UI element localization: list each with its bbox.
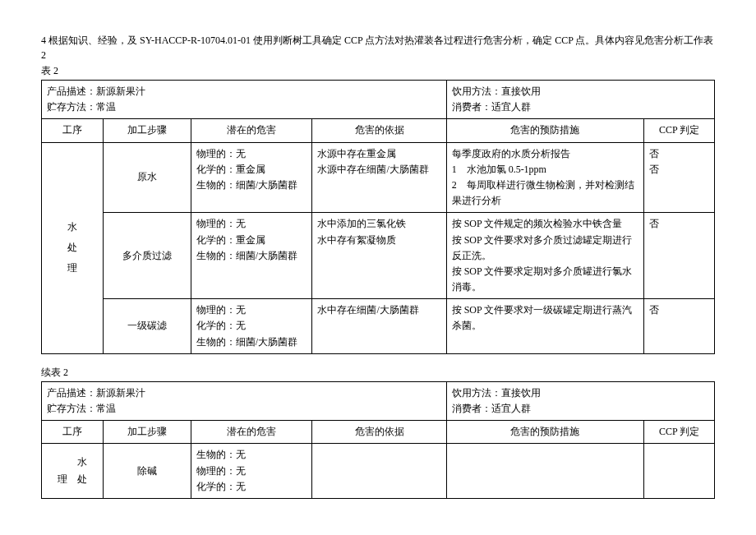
process-char-2: 处 [47, 240, 98, 256]
header-row: 工序 加工步骤 潜在的危害 危害的依据 危害的预防措施 CCP 判定 [42, 421, 715, 444]
header-basis: 危害的依据 [312, 421, 446, 444]
process-text-a: 水 [77, 456, 87, 468]
process-cell: 水 理 处 [42, 444, 104, 499]
header-hazard: 潜在的危害 [191, 421, 312, 444]
drink-label: 饮用方法： [452, 387, 501, 399]
basis-cell: 水源中存在重金属水源中存在细菌/大肠菌群 [312, 142, 446, 213]
consumer-value: 适宜人群 [491, 101, 531, 113]
process-char-1: 水 [47, 219, 98, 235]
hazard-cell: 生物的：无物理的：无化学的：无 [191, 444, 312, 499]
hazard-cell: 物理的：无化学的：重金属生物的：细菌/大肠菌群 [191, 142, 312, 213]
info-right-cell: 饮用方法：直接饮用 消费者：适宜人群 [446, 381, 714, 420]
basis-cell [312, 444, 446, 499]
process-text-b: 理 处 [58, 473, 87, 485]
product-desc-label: 产品描述： [47, 85, 96, 97]
header-ccp: CCP 判定 [644, 421, 715, 444]
info-left-cell: 产品描述：新源新果汁 贮存方法：常温 [42, 381, 447, 420]
drink-value: 直接饮用 [501, 387, 541, 399]
table-row: 水 处 理 原水 物理的：无化学的：重金属生物的：细菌/大肠菌群 水源中存在重金… [42, 142, 715, 213]
table-row: 一级碳滤 物理的：无化学的：无生物的：细菌/大肠菌群 水中存在细菌/大肠菌群 按… [42, 299, 715, 354]
product-desc-value: 新源新果汁 [96, 85, 145, 97]
storage-value: 常温 [96, 101, 116, 113]
storage-label: 贮存方法： [47, 403, 96, 414]
consumer-label: 消费者： [452, 403, 491, 414]
header-process: 工序 [42, 421, 104, 444]
header-ccp: CCP 判定 [644, 119, 715, 142]
info-row: 产品描述：新源新果汁 贮存方法：常温 饮用方法：直接饮用 消费者：适宜人群 [42, 81, 715, 119]
table2-label: 表 2 [41, 64, 715, 78]
header-row: 工序 加工步骤 潜在的危害 危害的依据 危害的预防措施 CCP 判定 [42, 119, 715, 142]
info-right-cell: 饮用方法：直接饮用 消费者：适宜人群 [446, 81, 714, 119]
hazard-analysis-table-2: 产品描述：新源新果汁 贮存方法：常温 饮用方法：直接饮用 消费者：适宜人群 工序… [41, 80, 715, 354]
header-step: 加工步骤 [104, 421, 191, 444]
prevention-cell: 按 SOP 文件规定的频次检验水中铁含量按 SOP 文件要求对多介质过滤罐定期进… [446, 213, 644, 299]
prevention-cell: 按 SOP 文件要求对一级碳罐定期进行蒸汽杀菌。 [446, 299, 644, 354]
ccp-cell [644, 444, 715, 499]
ccp-cell: 否 [644, 213, 715, 299]
hazard-analysis-table-2-cont: 产品描述：新源新果汁 贮存方法：常温 饮用方法：直接饮用 消费者：适宜人群 工序… [41, 381, 715, 499]
header-step: 加工步骤 [104, 119, 191, 142]
hazard-cell: 物理的：无化学的：重金属生物的：细菌/大肠菌群 [191, 213, 312, 299]
header-hazard: 潜在的危害 [191, 119, 312, 142]
cont-table-label: 续表 2 [41, 366, 715, 380]
storage-label: 贮存方法： [47, 101, 96, 113]
hazard-cell: 物理的：无化学的：无生物的：细菌/大肠菌群 [191, 299, 312, 354]
basis-cell: 水中存在细菌/大肠菌群 [312, 299, 446, 354]
table-row: 多介质过滤 物理的：无化学的：重金属生物的：细菌/大肠菌群 水中添加的三氯化铁水… [42, 213, 715, 299]
process-char-3: 理 [47, 261, 98, 276]
prevention-cell: 每季度政府的水质分析报告1 水池加氯 0.5-1ppm2 每周取样进行微生物检测… [446, 142, 644, 213]
consumer-value: 适宜人群 [491, 403, 531, 414]
step-cell: 原水 [104, 142, 191, 213]
product-desc-value: 新源新果汁 [96, 387, 145, 399]
ccp-cell: 否否 [644, 142, 715, 213]
product-desc-label: 产品描述： [47, 387, 96, 399]
table-row: 水 理 处 除碱 生物的：无物理的：无化学的：无 [42, 444, 715, 499]
prevention-cell [446, 444, 644, 499]
header-prevention: 危害的预防措施 [446, 119, 644, 142]
basis-cell: 水中添加的三氯化铁水中存有絮凝物质 [312, 213, 446, 299]
drink-value: 直接饮用 [501, 85, 541, 97]
drink-label: 饮用方法： [452, 85, 501, 97]
header-prevention: 危害的预防措施 [446, 421, 644, 444]
process-cell: 水 处 理 [42, 142, 104, 353]
info-row: 产品描述：新源新果汁 贮存方法：常温 饮用方法：直接饮用 消费者：适宜人群 [42, 381, 715, 420]
consumer-label: 消费者： [452, 101, 491, 113]
storage-value: 常温 [96, 403, 116, 414]
step-cell: 一级碳滤 [104, 299, 191, 354]
intro-text: 4 根据知识、经验，及 SY-HACCP-R-10704.01-01 使用判断树… [41, 33, 715, 62]
header-basis: 危害的依据 [312, 119, 446, 142]
step-cell: 除碱 [104, 444, 191, 499]
info-left-cell: 产品描述：新源新果汁 贮存方法：常温 [42, 81, 447, 119]
ccp-cell: 否 [644, 299, 715, 354]
header-process: 工序 [42, 119, 104, 142]
step-cell: 多介质过滤 [104, 213, 191, 299]
